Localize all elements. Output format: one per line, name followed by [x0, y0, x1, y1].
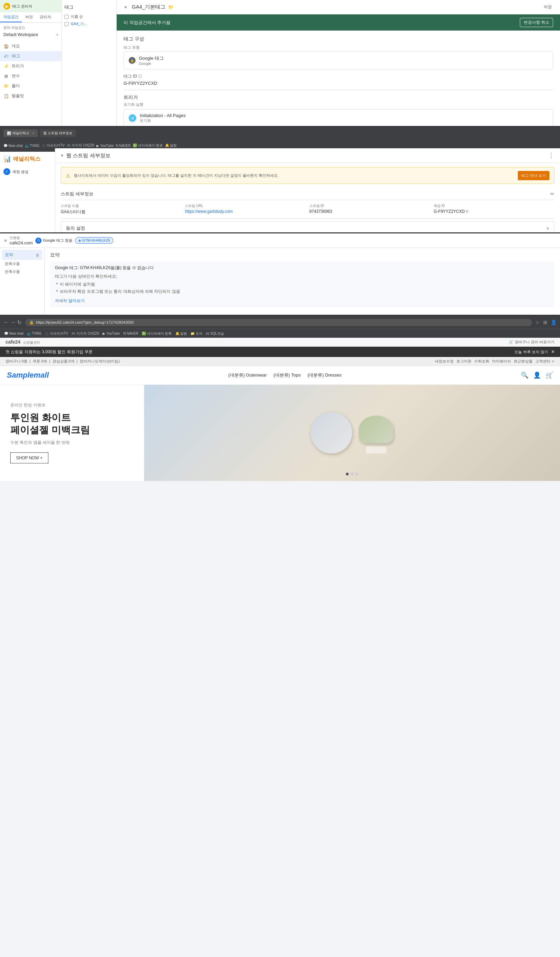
warning-icon: ⚠	[66, 173, 70, 178]
search-icon[interactable]: 🔍	[521, 371, 528, 379]
account-check-icon: ✓	[3, 168, 10, 175]
tab-item-2[interactable]: 판촉수품	[2, 268, 42, 276]
tm-tag-list-action[interactable]: 이름 순	[65, 13, 114, 20]
tm-logo-icon: ▶	[3, 3, 10, 9]
ec-url-bar[interactable]: 🔒 https://tjrrjwu92.cafe24.com/?gtm_debu…	[25, 319, 532, 326]
bm-new-chat[interactable]: 💬 New chat	[4, 332, 23, 335]
table-row[interactable]: GA4_기...	[65, 20, 114, 27]
bm-sql[interactable]: 🗃 SQL연습	[206, 331, 224, 336]
product-image-1	[311, 412, 352, 453]
cafe24-badge: 쇼핑몰센터	[23, 341, 40, 344]
browser-tab-active[interactable]: 📊 애널리틱스 ×	[3, 129, 38, 137]
gtm-badge[interactable]: ◈ GTM-KH46LKZ6	[75, 237, 113, 244]
tm-sidebar: ▶ 태그 관리자 작업공간 버전 관리자 현재 작업공간 Default Wor…	[0, 0, 62, 126]
more-options-icon[interactable]: ⋮	[548, 152, 555, 159]
forward-button[interactable]: →	[10, 319, 16, 326]
back-button[interactable]: ←	[3, 319, 9, 326]
cart-link[interactable]: 🛒 장바구니 관리 바로가기	[509, 340, 555, 344]
promo-dismiss[interactable]: 오늘 하루 보지 않기	[514, 349, 547, 355]
recent-link[interactable]: 최근본상품	[514, 359, 533, 364]
nav-link-outerwear[interactable]: (대분류) Outerwear	[228, 372, 267, 378]
bookmark-chzzk[interactable]: 🎮 지지직 CHZZK	[66, 143, 95, 148]
tag-guide-button[interactable]: 태그 안내 보기	[518, 171, 549, 180]
tm-trigger-item[interactable]: ⚙ Initialization - All Pages 초기화	[123, 109, 553, 126]
cs-link[interactable]: 고객센터 ∨	[535, 359, 555, 364]
learn-more-link[interactable]: 자세히 알아보기	[55, 298, 85, 304]
bookmark-new-chat[interactable]: 💬 New chat	[3, 144, 23, 148]
stream-settings-section[interactable]: 동의 설정 ∨	[61, 221, 555, 232]
bookmark-naverpay[interactable]: 💹 네이버페이 증권	[133, 143, 163, 148]
ec-top-right[interactable]: 🛒 장바구니 관리 바로가기	[509, 340, 555, 344]
panel-header-left: × 웹 스트림 세부정보	[61, 152, 110, 159]
sidebar-item-triggers[interactable]: ⚡ 트리거	[0, 61, 62, 71]
stream-settings-header[interactable]: 동의 설정 ∨	[61, 222, 554, 232]
sidebar-item-variables[interactable]: ⊠ 변수	[0, 71, 62, 81]
tm-tag-type-box[interactable]: 🔒 Google 태그 Google	[123, 52, 553, 69]
gtm-check-label: 태그가 다음 상태인지 확인하세요:	[55, 273, 550, 280]
tm-tag-checkbox[interactable]	[65, 22, 69, 26]
carousel-dot-1[interactable]	[346, 473, 349, 475]
product-image-2	[359, 416, 393, 443]
tab-version[interactable]: 버전	[22, 13, 36, 22]
save-button[interactable]: 저장	[541, 3, 555, 11]
cancel-changes-button[interactable]: 변경사항 취소	[520, 18, 553, 27]
tm-nav-tabs: 작업공간 버전 관리자	[0, 13, 62, 23]
sidebar-item-folders[interactable]: 📁 폴더	[0, 81, 62, 91]
browser-toolbar: 📊 애널리틱스 × 웹 스트림 세부정보	[0, 127, 560, 139]
bookmark-afreeca[interactable]: 🎥 아프리카TV	[41, 143, 65, 148]
ec-top-left: cafe24 쇼핑몰센터	[5, 339, 40, 345]
bm-tvng[interactable]: 📺 TVNG	[27, 332, 41, 335]
order-link[interactable]: 수취조회	[474, 359, 489, 364]
tab-icon: 📊	[7, 131, 11, 135]
tm-sidebar-nav: 🏠 개요 🏷 태그 ⚡ 트리거 ⊠ 변수 📁 폴더 📋 템플릿	[0, 38, 62, 104]
sidebar-item-tags[interactable]: 🏷 태그	[0, 51, 62, 61]
tab-summary[interactable]: 요약 🗑	[2, 250, 42, 260]
shop-now-button[interactable]: SHOP NOW +	[10, 452, 48, 463]
logout-link[interactable]: 로그아웃	[456, 359, 472, 364]
nav-link-dresses[interactable]: (대분류) Dresses	[308, 372, 341, 378]
close-button[interactable]: ×	[61, 153, 63, 158]
field-value[interactable]: https://www.ga4study.com	[185, 209, 306, 214]
tm-checkbox[interactable]	[65, 15, 69, 19]
edit-icon[interactable]: ✏	[551, 191, 555, 197]
close-button[interactable]: ×	[122, 4, 129, 11]
cart-icon[interactable]: 🛒	[546, 371, 553, 379]
nav-link-tops[interactable]: (대분류) Tops	[273, 372, 301, 378]
close-button[interactable]: ×	[4, 238, 7, 243]
mypage-link[interactable]: 마이페이지	[492, 359, 511, 364]
bookmark-youtube[interactable]: ▶ YouTube	[96, 144, 114, 148]
google-g-icon: G	[35, 237, 41, 244]
bm-naverpay[interactable]: 💹 네이버페이 등록	[142, 331, 172, 336]
bm-youtube[interactable]: ▶ YouTube	[103, 332, 120, 335]
bookmark-star-icon[interactable]: ☆	[535, 320, 540, 325]
delete-icon[interactable]: 🗑	[36, 253, 39, 257]
browser-tab-stream[interactable]: 웹 스트림 세부정보	[40, 129, 76, 137]
tab-item-1[interactable]: 판촉수품	[2, 260, 42, 268]
tm-workspace-selector[interactable]: Default Workspace ›	[0, 31, 62, 38]
sidebar-item-templates[interactable]: 📋 템플릿	[0, 91, 62, 101]
carousel-dot-3[interactable]	[355, 473, 358, 475]
carousel-dot-2[interactable]	[351, 473, 353, 475]
promo-close-button[interactable]: ×	[551, 349, 555, 355]
tab-close-icon[interactable]: ×	[32, 131, 34, 135]
tab-workspace[interactable]: 작업공간	[0, 13, 22, 22]
bookmark-tvng[interactable]: 📺 TVNG	[25, 144, 39, 148]
sidebar-item-overview[interactable]: 🏠 개요	[0, 41, 62, 51]
myinfo-link[interactable]: 내정보수정	[435, 359, 454, 364]
copy-icon[interactable]: ⎘	[466, 209, 469, 213]
tab-admin[interactable]: 관리자	[36, 13, 55, 22]
bm-alim[interactable]: 🔔 알림	[175, 331, 187, 336]
bookmark-alim[interactable]: 🔔 알림	[165, 143, 177, 148]
bm-afreeca[interactable]: 🎥 아프리카TV	[45, 331, 68, 336]
refresh-button[interactable]: ↻	[17, 319, 22, 326]
user-icon[interactable]: 👤	[533, 371, 541, 379]
profile-icon[interactable]: 👤	[551, 320, 557, 325]
bm-foja[interactable]: 📁 포자	[191, 331, 202, 336]
extension-icon[interactable]: ⊞	[543, 320, 547, 325]
bm-naver[interactable]: N NAVER	[123, 332, 138, 335]
analytics-account-item[interactable]: ✓ 계정 생성	[3, 166, 55, 177]
ec-account-right[interactable]: 내정보수정 로그아웃 수취조회 마이페이지 최근본상품 고객센터 ∨	[435, 359, 555, 364]
bm-chzzk[interactable]: 🎮 지지직 CHZZK	[71, 331, 99, 336]
tm-tag-title: GA4_기본태그	[132, 4, 166, 10]
bookmark-naver[interactable]: N NAVER	[116, 144, 131, 148]
